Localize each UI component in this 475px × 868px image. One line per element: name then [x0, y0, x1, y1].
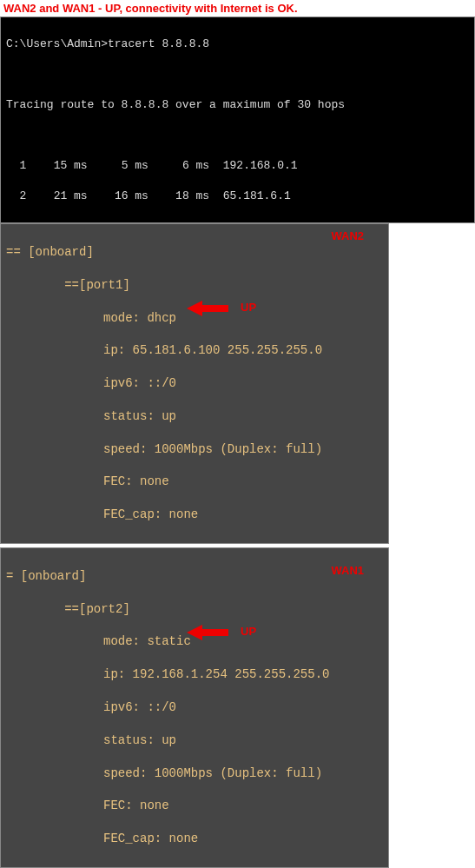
port2-feccap: FEC_cap: none: [6, 831, 383, 847]
prompt-line: C:\Users\Admin>tracert 8.8.8.8: [6, 36, 469, 52]
label-wan2: WAN2: [331, 229, 364, 242]
label-up-2: UP: [241, 625, 256, 638]
port1-speed: speed: 1000Mbps (Duplex: full): [6, 441, 383, 458]
port1-ip: ip: 65.181.6.100 255.255.255.0: [6, 342, 383, 359]
port1-up-block: == [onboard] ==[port1] mode: dhcp ip: 65…: [1, 224, 388, 543]
arrow-left-icon: [187, 301, 228, 316]
port2-fec: FEC: none: [6, 798, 383, 814]
port1-ipv6: ipv6: ::/0: [6, 375, 383, 392]
port2-ip: ip: 192.168.1.254 255.255.255.0: [6, 666, 383, 683]
port1-feccap: FEC_cap: none: [6, 507, 383, 523]
svg-marker-1: [187, 625, 228, 640]
heading-wan-both-up: WAN2 and WAN1 - UP, connectivity with In…: [0, 0, 475, 17]
port1-fec: FEC: none: [6, 474, 383, 490]
arrow-left-icon: [187, 625, 228, 640]
tracert-1-output: C:\Users\Admin>tracert 8.8.8.8 Tracing r…: [1, 17, 474, 222]
svg-marker-0: [187, 301, 228, 316]
port2-status: status: up: [6, 732, 383, 749]
port2-up-block: = [onboard] ==[port2] mode: static ip: 1…: [1, 548, 388, 867]
tracert-header: Tracing route to 8.8.8.8 over a maximum …: [6, 97, 469, 113]
tracert-hop-2: 2 21 ms 16 ms 18 ms 65.181.6.1: [6, 189, 469, 204]
label-up-1: UP: [241, 301, 256, 314]
port2-ipv6: ipv6: ::/0: [6, 699, 383, 716]
label-wan1-a: WAN1: [331, 564, 364, 577]
tracert-hop-1: 1 15 ms 5 ms 6 ms 192.168.0.1: [6, 158, 469, 174]
port2-speed: speed: 1000Mbps (Duplex: full): [6, 765, 383, 782]
port1-status: status: up: [6, 408, 383, 425]
